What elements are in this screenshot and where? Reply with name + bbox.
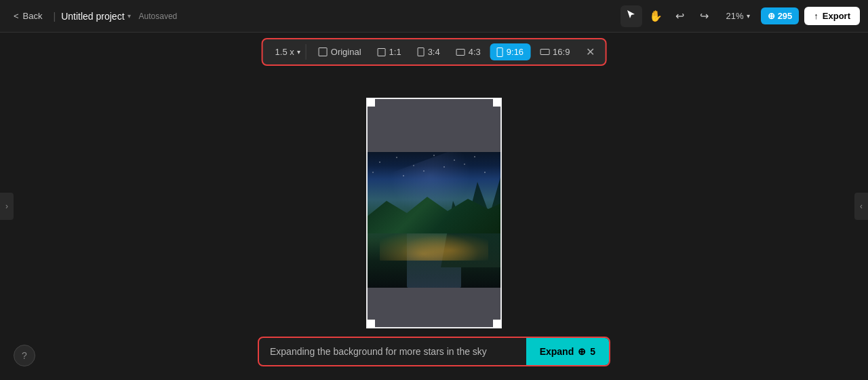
crop-corner-tl [367, 98, 375, 107]
export-button[interactable]: ↑ Export [804, 7, 860, 25]
left-panel-toggle[interactable]: › [0, 193, 14, 220]
1-1-ratio-icon [378, 48, 386, 56]
original-ratio-icon [319, 48, 328, 56]
crop-ratio-9-16-label: 9:16 [507, 47, 524, 57]
right-panel-toggle[interactable]: ‹ [854, 193, 868, 220]
tool-buttons: ✋ ↩ ↪ [620, 5, 715, 27]
3-4-ratio-icon [418, 48, 425, 56]
crop-ratio-16-9-label: 16:9 [553, 47, 570, 57]
nav-divider: | [54, 11, 56, 22]
credits-button[interactable]: ⊕ 295 [761, 7, 800, 24]
project-chevron-icon: ▾ [127, 12, 131, 20]
crop-ratio-original-label: Original [331, 47, 361, 57]
bottom-toolbar: Expanding the background for more stars … [258, 337, 610, 366]
cursor-tool-button[interactable] [620, 5, 642, 27]
crop-ratio-1-1[interactable]: 1:1 [371, 43, 408, 60]
zoom-chevron-icon: ▾ [747, 12, 750, 20]
crop-zoom-chevron-icon: ▾ [297, 48, 300, 56]
crop-zoom-select[interactable]: 1.5 x ▾ [270, 44, 307, 60]
crop-toolbar: 1.5 x ▾ Original 1:1 3:4 4:3 9:16 16:9 ✕ [262, 38, 607, 66]
expand-label: Expand [540, 346, 574, 357]
crop-ratio-4-3[interactable]: 4:3 [450, 43, 488, 60]
help-icon: ? [22, 350, 27, 361]
undo-button[interactable]: ↩ [669, 5, 691, 27]
cursor-icon [627, 10, 636, 23]
zoom-value: 21% [726, 11, 744, 21]
expand-button[interactable]: Expand ⊕ 5 [526, 338, 609, 365]
credits-plus-icon: ⊕ [768, 11, 775, 21]
back-arrow-icon [14, 11, 19, 21]
expand-credit-icon: ⊕ [578, 346, 586, 357]
navbar: Back | Untitled project ▾ Autosaved ✋ ↩ … [0, 0, 868, 33]
crop-ratio-16-9[interactable]: 16:9 [533, 43, 576, 60]
crop-ratio-3-4-label: 3:4 [428, 47, 440, 57]
back-button[interactable]: Back [8, 8, 48, 24]
crop-ratio-3-4[interactable]: 3:4 [411, 43, 447, 60]
project-name-button[interactable]: Untitled project ▾ [61, 11, 130, 22]
help-button[interactable]: ? [14, 345, 35, 366]
autosaved-label: Autosaved [139, 12, 178, 21]
credits-count: 295 [778, 11, 793, 21]
hand-tool-button[interactable]: ✋ [645, 5, 667, 27]
redo-button[interactable]: ↪ [694, 5, 715, 27]
crop-ratio-original[interactable]: Original [312, 43, 368, 60]
expand-count: 5 [590, 346, 595, 357]
crop-ratio-4-3-label: 4:3 [469, 47, 481, 57]
crop-ratio-1-1-label: 1:1 [389, 47, 401, 57]
right-chevron-icon: ‹ [860, 202, 863, 211]
crop-corner-tr [493, 98, 501, 107]
crop-corner-bl [367, 320, 375, 328]
crop-zoom-value: 1.5 x [275, 47, 294, 57]
canvas-area: › ‹ [0, 33, 868, 380]
close-icon: ✕ [586, 45, 595, 58]
16-9-ratio-icon [540, 49, 549, 55]
crop-ratio-9-16[interactable]: 9:16 [490, 43, 530, 60]
crop-corner-br [493, 320, 501, 328]
project-name-label: Untitled project [61, 11, 124, 22]
zoom-control[interactable]: 21% ▾ [721, 8, 755, 24]
undo-icon: ↩ [675, 10, 684, 22]
export-label: Export [823, 11, 850, 21]
left-chevron-icon: › [5, 202, 8, 211]
export-icon: ↑ [814, 11, 818, 21]
crop-frame [366, 98, 502, 328]
crop-close-button[interactable]: ✕ [582, 44, 598, 60]
image-canvas [366, 98, 502, 328]
4-3-ratio-icon [456, 49, 465, 56]
redo-icon: ↪ [700, 10, 709, 22]
back-label: Back [23, 11, 43, 21]
9-16-ratio-icon [497, 48, 503, 57]
hand-icon: ✋ [649, 10, 663, 22]
prompt-text: Expanding the background for more stars … [259, 338, 526, 365]
